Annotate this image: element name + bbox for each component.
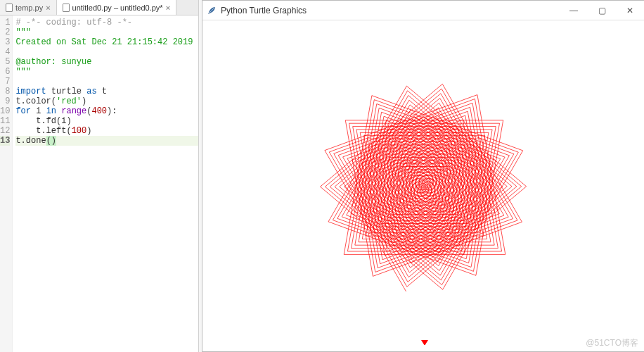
maximize-button[interactable]: ▢ bbox=[588, 1, 616, 20]
close-icon[interactable]: × bbox=[166, 4, 170, 12]
code-line[interactable]: # -*- coding: utf-8 -*- bbox=[15, 18, 198, 27]
code-text[interactable]: # -*- coding: utf-8 -*-"""Created on Sat… bbox=[13, 15, 198, 352]
title-bar[interactable]: Python Turtle Graphics — ▢ ✕ bbox=[202, 1, 644, 20]
turtle-canvas-wrap bbox=[202, 20, 644, 351]
close-button[interactable]: ✕ bbox=[616, 1, 644, 20]
minimize-button[interactable]: — bbox=[560, 1, 588, 20]
code-line[interactable]: Created on Sat Dec 21 21:15:42 2019 bbox=[15, 37, 198, 47]
line-number: 4 bbox=[0, 47, 10, 57]
turtle-cursor-icon bbox=[421, 340, 428, 345]
line-number: 5 bbox=[0, 57, 10, 67]
code-line[interactable]: t.left(100) bbox=[15, 126, 198, 136]
line-number: 7 bbox=[0, 77, 10, 87]
code-editor-panel: temp.py×untitled0.py – untitled0.py*× 12… bbox=[0, 0, 199, 352]
close-icon[interactable]: × bbox=[46, 4, 50, 12]
line-number: 2 bbox=[0, 27, 10, 37]
code-line[interactable]: """ bbox=[15, 27, 198, 37]
editor-tab-1[interactable]: untitled0.py – untitled0.py*× bbox=[57, 0, 176, 15]
line-number: 8 bbox=[0, 87, 10, 96]
turtle-canvas bbox=[207, 25, 643, 345]
file-icon bbox=[6, 4, 13, 12]
line-number: 6 bbox=[0, 67, 10, 77]
line-number: 1 bbox=[0, 18, 10, 27]
code-area[interactable]: 12345678910111213 # -*- coding: utf-8 -*… bbox=[0, 15, 198, 352]
line-number: 10 bbox=[0, 106, 10, 116]
line-number: 3 bbox=[0, 37, 10, 47]
editor-tab-bar: temp.py×untitled0.py – untitled0.py*× bbox=[0, 0, 198, 15]
code-line[interactable]: t.fd(i) bbox=[15, 116, 198, 126]
code-line[interactable]: t.color('red') bbox=[15, 96, 198, 106]
code-line[interactable] bbox=[15, 47, 198, 57]
line-number-gutter: 12345678910111213 bbox=[0, 15, 13, 352]
code-line[interactable]: for i in range(400): bbox=[15, 106, 198, 116]
code-line[interactable]: t.done() bbox=[15, 136, 198, 146]
code-line[interactable]: @author: sunyue bbox=[15, 57, 198, 67]
line-number: 13 bbox=[0, 136, 10, 146]
code-line[interactable] bbox=[15, 77, 198, 87]
window-title: Python Turtle Graphics bbox=[221, 6, 560, 15]
line-number: 9 bbox=[0, 96, 10, 106]
editor-tab-0[interactable]: temp.py× bbox=[0, 0, 57, 15]
feather-icon bbox=[207, 5, 217, 16]
tab-label: temp.py bbox=[15, 4, 43, 12]
turtle-window: Python Turtle Graphics — ▢ ✕ bbox=[202, 0, 644, 352]
line-number: 11 bbox=[0, 116, 10, 126]
window-buttons: — ▢ ✕ bbox=[560, 1, 644, 20]
file-icon bbox=[63, 4, 70, 12]
turtle-path bbox=[321, 84, 527, 291]
tab-label: untitled0.py – untitled0.py* bbox=[72, 4, 163, 12]
code-line[interactable]: import turtle as t bbox=[15, 87, 198, 96]
line-number: 12 bbox=[0, 126, 10, 136]
code-line[interactable]: """ bbox=[15, 67, 198, 77]
